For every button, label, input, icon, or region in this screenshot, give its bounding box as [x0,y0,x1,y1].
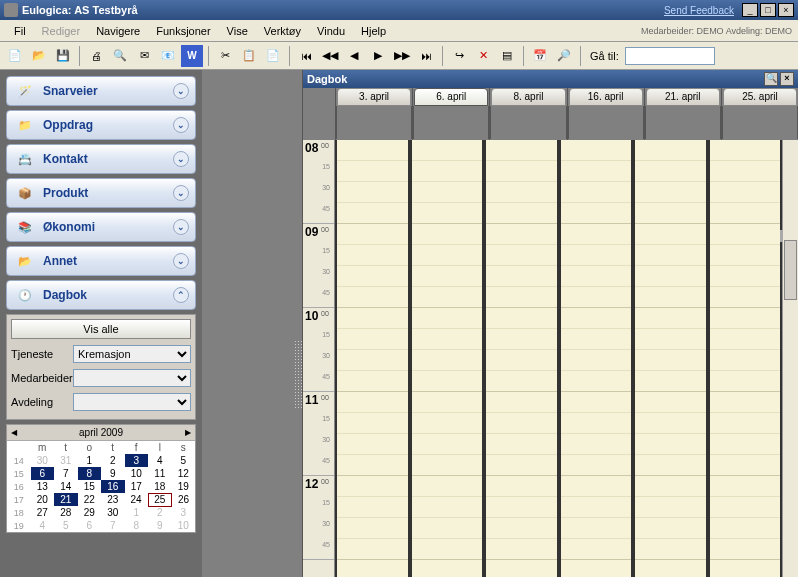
calendar-day[interactable]: 9 [101,467,125,480]
menu-funksjoner[interactable]: Funksjoner [148,22,218,40]
menu-vise[interactable]: Vise [219,22,256,40]
calendar-day[interactable]: 21 [54,493,78,506]
date-tab[interactable]: 8. april [491,88,565,106]
calendar-day[interactable]: 23 [101,493,125,506]
calendar-day[interactable]: 18 [148,480,172,493]
medarbeider-select[interactable] [73,369,191,387]
calendar-day[interactable]: 9 [148,519,172,532]
check-button[interactable]: ↪ [448,45,470,67]
allday-area[interactable] [568,106,644,139]
menu-navigere[interactable]: Navigere [88,22,148,40]
send-button[interactable]: 📧 [157,45,179,67]
calendar-day[interactable]: 22 [78,493,102,506]
vertical-scrollbar[interactable] [782,140,798,577]
day-column[interactable] [708,140,783,577]
allday-area[interactable] [413,106,489,139]
calendar-day[interactable]: 1 [78,454,102,467]
calendar-day[interactable]: 7 [101,519,125,532]
calendar-day[interactable]: 29 [78,506,102,519]
calendar-day[interactable]: 7 [54,467,78,480]
splitter[interactable] [202,70,302,577]
calendar-day[interactable]: 26 [172,493,196,506]
calendar-day[interactable]: 2 [101,454,125,467]
minimize-button[interactable]: _ [742,3,758,17]
calendar-day[interactable]: 5 [172,454,196,467]
calendar-day[interactable]: 13 [31,480,55,493]
calendar-day[interactable]: 3 [125,454,149,467]
calendar-day[interactable]: 16 [101,480,125,493]
allday-area[interactable] [336,106,412,139]
search-button[interactable]: 🔍 [764,72,778,86]
menu-rediger[interactable]: Rediger [34,22,89,40]
calendar-day[interactable]: 30 [31,454,55,467]
calendar-day[interactable]: 11 [148,467,172,480]
prev-month-button[interactable]: ◀ [7,428,21,437]
back-button[interactable]: ◀ [343,45,365,67]
calendar-day[interactable]: 27 [31,506,55,519]
scrollbar-thumb[interactable] [784,240,797,300]
save-button[interactable]: 💾 [52,45,74,67]
calendar-day[interactable]: 30 [101,506,125,519]
calendar-day[interactable]: 1 [125,506,149,519]
prev-button[interactable]: ◀◀ [319,45,341,67]
find-button[interactable]: 🔎 [553,45,575,67]
calendar-day[interactable]: 25 [148,493,172,506]
calendar-day[interactable]: 4 [31,519,55,532]
nav-dagbok[interactable]: 🕐 Dagbok ⌃ [6,280,196,310]
calendar-button[interactable]: 📅 [529,45,551,67]
menu-fil[interactable]: Fil [6,22,34,40]
nav-annet[interactable]: 📂 Annet ⌄ [6,246,196,276]
calendar-day[interactable]: 19 [172,480,196,493]
allday-area[interactable] [490,106,566,139]
calendar-day[interactable]: 3 [172,506,196,519]
calendar-day[interactable]: 8 [125,519,149,532]
nav-oppdrag[interactable]: 📁 Oppdrag ⌄ [6,110,196,140]
menu-verktoy[interactable]: Verktøy [256,22,309,40]
day-column[interactable] [410,140,485,577]
date-tab[interactable]: 3. april [337,88,411,106]
paste-button[interactable]: 📄 [262,45,284,67]
print-button[interactable]: 🖨 [85,45,107,67]
calendar-day[interactable]: 24 [125,493,149,506]
calendar-day[interactable]: 12 [172,467,196,480]
word-button[interactable]: W [181,45,203,67]
open-button[interactable]: 📂 [28,45,50,67]
mail-button[interactable]: ✉ [133,45,155,67]
next-button[interactable]: ▶▶ [391,45,413,67]
tjeneste-select[interactable]: Kremasjon [73,345,191,363]
calendar-day[interactable]: 28 [54,506,78,519]
calendar-day[interactable]: 14 [54,480,78,493]
allday-area[interactable] [645,106,721,139]
calendar-day[interactable]: 10 [125,467,149,480]
day-column[interactable] [633,140,708,577]
delete-button[interactable]: ✕ [472,45,494,67]
send-feedback-link[interactable]: Send Feedback [664,5,734,16]
preview-button[interactable]: 🔍 [109,45,131,67]
first-button[interactable]: ⏮ [295,45,317,67]
maximize-button[interactable]: □ [760,3,776,17]
date-tab[interactable]: 6. april [414,88,488,106]
goto-input[interactable] [625,47,715,65]
next-month-button[interactable]: ▶ [181,428,195,437]
calendar-day[interactable]: 2 [148,506,172,519]
nav-snarveier[interactable]: 🪄 Snarveier ⌄ [6,76,196,106]
calendar-day[interactable]: 6 [31,467,55,480]
nav-produkt[interactable]: 📦 Produkt ⌄ [6,178,196,208]
calendar-day[interactable]: 4 [148,454,172,467]
calendar-day[interactable]: 5 [54,519,78,532]
menu-hjelp[interactable]: Hjelp [353,22,394,40]
panel-close-button[interactable]: × [780,72,794,86]
vis-alle-button[interactable]: Vis alle [11,319,191,339]
last-button[interactable]: ⏭ [415,45,437,67]
form-button[interactable]: ▤ [496,45,518,67]
new-button[interactable]: 📄 [4,45,26,67]
calendar-day[interactable]: 17 [125,480,149,493]
calendar-day[interactable]: 8 [78,467,102,480]
nav-kontakt[interactable]: 📇 Kontakt ⌄ [6,144,196,174]
calendar-day[interactable]: 20 [31,493,55,506]
day-column[interactable] [559,140,634,577]
close-button[interactable]: × [778,3,794,17]
date-tab[interactable]: 16. april [569,88,643,106]
calendar-day[interactable]: 10 [172,519,196,532]
menu-vindu[interactable]: Vindu [309,22,353,40]
